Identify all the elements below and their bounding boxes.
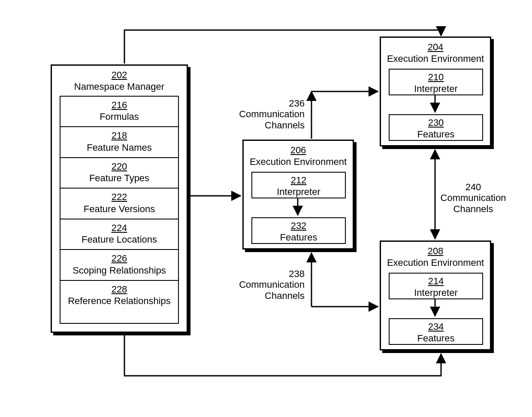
- features-234-box: 234 Features: [389, 318, 483, 345]
- interpreter-212-box: 212 Interpreter: [251, 172, 346, 198]
- namespace-manager-list: 216 Formulas 218 Feature Names 220 Featu…: [60, 96, 179, 324]
- exec-env-204-box: 204 Execution Environment 210 Interprete…: [380, 37, 491, 146]
- ns-item-feature-locations: 224 Feature Locations: [60, 219, 178, 249]
- exec-env-208-title: Execution Environment: [383, 257, 488, 268]
- exec-env-204-ref: 204: [383, 42, 488, 52]
- namespace-manager-header: 202 Namespace Manager: [52, 66, 187, 94]
- interpreter-210-box: 210 Interpreter: [389, 69, 483, 95]
- channel-236-label: 236 Communication Channels: [236, 98, 305, 131]
- interpreter-214-box: 214 Interpreter: [389, 273, 483, 299]
- namespace-manager-title: Namespace Manager: [54, 81, 185, 92]
- exec-env-208-ref: 208: [383, 246, 488, 256]
- ns-item-reference-relationships: 228 Reference Relationships: [60, 280, 178, 310]
- exec-env-208-header: 208 Execution Environment: [381, 242, 490, 271]
- exec-env-204-header: 204 Execution Environment: [381, 38, 490, 67]
- features-230-box: 230 Features: [389, 114, 483, 141]
- ns-item-scoping-relationships: 226 Scoping Relationships: [60, 249, 178, 280]
- exec-env-206-header: 206 Execution Environment: [244, 141, 353, 170]
- exec-env-206-title: Execution Environment: [245, 156, 351, 167]
- exec-env-204-title: Execution Environment: [383, 53, 488, 64]
- namespace-manager-box: 202 Namespace Manager 216 Formulas 218 F…: [51, 64, 188, 333]
- channel-240-label: 240 Communication Channels: [437, 182, 510, 214]
- ns-item-feature-names: 218 Feature Names: [60, 126, 178, 157]
- channel-238-label: 238 Communication Channels: [236, 268, 305, 301]
- exec-env-206-box: 206 Execution Environment 212 Interprete…: [242, 140, 354, 250]
- diagram-canvas: 202 Namespace Manager 216 Formulas 218 F…: [0, 0, 532, 417]
- ns-item-formulas: 216 Formulas: [60, 97, 178, 126]
- exec-env-208-box: 208 Execution Environment 214 Interprete…: [380, 240, 491, 350]
- namespace-manager-ref: 202: [54, 70, 185, 80]
- exec-env-206-ref: 206: [245, 145, 351, 155]
- features-232-box: 232 Features: [251, 217, 346, 244]
- ns-item-feature-types: 220 Feature Types: [60, 157, 178, 188]
- ns-item-feature-versions: 222 Feature Versions: [60, 188, 178, 218]
